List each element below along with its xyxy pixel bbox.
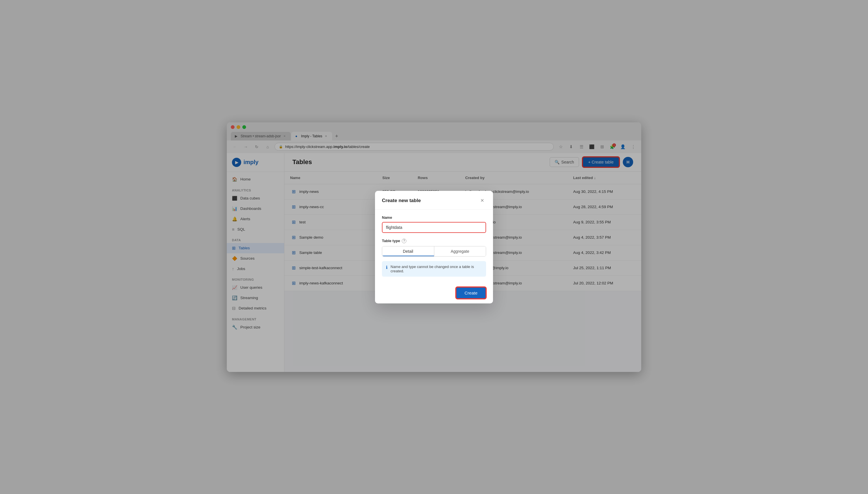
modal-body: Name Table type ? Detail Aggregate ℹ Nam… (375, 210, 493, 282)
create-table-modal: Create new table ✕ Name Table type ? Det… (375, 191, 493, 303)
table-type-help-icon[interactable]: ? (402, 239, 406, 243)
name-input[interactable] (382, 222, 486, 233)
table-type-toggle: Detail Aggregate (382, 246, 486, 256)
info-icon: ℹ (386, 265, 388, 270)
info-box: ℹ Name and type cannot be changed once a… (382, 261, 486, 277)
modal-footer: Create (375, 282, 493, 303)
table-type-label: Table type ? (382, 239, 486, 243)
modal-create-button[interactable]: Create (456, 287, 486, 299)
toggle-aggregate-button[interactable]: Aggregate (434, 246, 486, 256)
name-label: Name (382, 215, 486, 220)
modal-overlay[interactable]: Create new table ✕ Name Table type ? Det… (0, 0, 868, 494)
toggle-detail-button[interactable]: Detail (382, 246, 434, 256)
modal-title: Create new table (382, 198, 421, 204)
modal-header: Create new table ✕ (375, 191, 493, 210)
info-text: Name and type cannot be changed once a t… (390, 265, 482, 273)
modal-close-button[interactable]: ✕ (478, 197, 486, 205)
